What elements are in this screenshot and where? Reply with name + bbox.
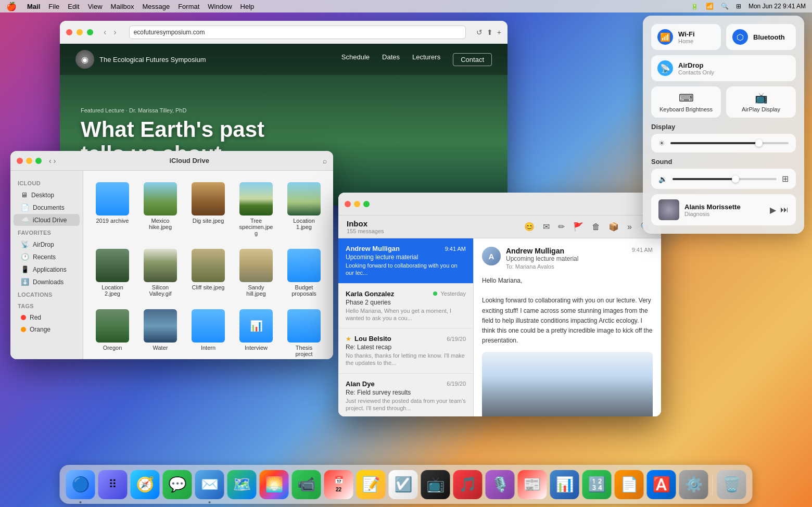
menubar-app-name[interactable]: Mail bbox=[27, 3, 40, 10]
finder-item-digsite[interactable]: Dig site.jpeg bbox=[187, 179, 229, 239]
sidebar-item-orange[interactable]: Orange bbox=[14, 324, 80, 335]
dock-item-numbers[interactable]: 🔢 bbox=[582, 470, 612, 499]
browser-reload-button[interactable]: ↺ bbox=[476, 28, 483, 36]
dock-item-systempreferences[interactable]: ⚙️ bbox=[679, 470, 708, 499]
site-nav-schedule[interactable]: Schedule bbox=[341, 53, 370, 66]
menubar-view[interactable]: View bbox=[88, 3, 103, 10]
mail-newmessage-icon[interactable]: ✉ bbox=[541, 220, 552, 234]
finder-search-button[interactable]: ⌕ bbox=[323, 157, 327, 165]
dock-item-news[interactable]: 📰 bbox=[518, 470, 547, 499]
finder-item-mexicohike[interactable]: Mexico hike.jpeg bbox=[139, 179, 181, 239]
finder-item-location2[interactable]: Location 2.jpeg bbox=[92, 246, 133, 300]
mail-archive-icon[interactable]: 📦 bbox=[606, 220, 621, 234]
sidebar-item-airdrop[interactable]: 📡 AirDrop bbox=[14, 238, 80, 250]
dock-item-appstore[interactable]: 🅰️ bbox=[647, 470, 676, 499]
finder-item-oregon[interactable]: Oregon bbox=[92, 306, 133, 359]
dock-item-messages[interactable]: 💬 bbox=[163, 470, 192, 499]
mail-compose-icon[interactable]: 😊 bbox=[522, 220, 537, 234]
finder-item-intern[interactable]: Intern bbox=[187, 306, 229, 359]
dock-item-trash[interactable]: 🗑️ bbox=[717, 470, 746, 499]
finder-close-button[interactable] bbox=[17, 158, 23, 164]
dock-item-calendar[interactable]: 📅22 bbox=[324, 470, 353, 499]
finder-minimize-button[interactable] bbox=[26, 158, 32, 164]
finder-maximize-button[interactable] bbox=[35, 158, 42, 164]
dock-item-photos[interactable]: 🌅 bbox=[260, 470, 289, 499]
dock-item-finder[interactable]: 🔵 bbox=[66, 470, 95, 499]
mail-item-karla[interactable]: Karla Gonzalez Yesterday Phase 2 queries… bbox=[338, 284, 473, 329]
menubar-format[interactable]: Format bbox=[178, 3, 199, 10]
dock-item-tv[interactable]: 📺 bbox=[421, 470, 450, 499]
browser-address-bar[interactable]: ecofuturesymposium.com bbox=[129, 26, 466, 39]
sidebar-item-documents[interactable]: 📄 Documents bbox=[14, 201, 80, 213]
site-nav-dates[interactable]: Dates bbox=[382, 53, 400, 66]
apple-logo-icon[interactable]: 🍎 bbox=[6, 2, 17, 11]
browser-close-button[interactable] bbox=[66, 29, 72, 35]
sidebar-item-downloads[interactable]: ⬇️ Downloads bbox=[14, 276, 80, 288]
sidebar-item-desktop[interactable]: 🖥 Desktop bbox=[14, 189, 80, 201]
music-skip-button[interactable]: ⏭ bbox=[780, 205, 789, 214]
menubar-search-icon[interactable]: 🔍 bbox=[721, 3, 729, 10]
finder-item-treespecimen[interactable]: Tree specimen.jpeg bbox=[235, 179, 277, 239]
music-play-button[interactable]: ▶ bbox=[770, 205, 776, 215]
cc-wifi-tile[interactable]: 📶 Wi-Fi Home bbox=[651, 24, 721, 50]
sidebar-item-applications[interactable]: 📱 Applications bbox=[14, 263, 80, 275]
finder-forward-button[interactable]: › bbox=[54, 157, 56, 165]
browser-maximize-button[interactable] bbox=[87, 29, 93, 35]
cc-bluetooth-tile[interactable]: ⬡ Bluetooth bbox=[726, 24, 796, 50]
dock-item-maps[interactable]: 🗺️ bbox=[227, 470, 257, 499]
cc-sound-slider[interactable] bbox=[673, 178, 777, 180]
dock-item-notes[interactable]: 📝 bbox=[357, 470, 386, 499]
dock-item-keynote[interactable]: 📊 bbox=[550, 470, 579, 499]
cc-display-slider-thumb[interactable] bbox=[755, 140, 763, 147]
browser-forward-button[interactable]: › bbox=[111, 27, 118, 38]
sidebar-item-icloud[interactable]: ☁️ iCloud Drive bbox=[14, 214, 80, 226]
mail-close-button[interactable] bbox=[345, 201, 351, 207]
mail-more-icon[interactable]: » bbox=[625, 220, 634, 234]
site-nav-lecturers[interactable]: Lecturers bbox=[412, 53, 440, 66]
sidebar-item-red[interactable]: Red bbox=[14, 312, 80, 323]
cc-sound-slider-thumb[interactable] bbox=[732, 175, 739, 183]
finder-item-sandyhill[interactable]: Sandy hill.jpeg bbox=[235, 246, 277, 300]
dock-item-reminders[interactable]: ☑️ bbox=[389, 470, 418, 499]
finder-item-location1[interactable]: Location 1.jpeg bbox=[283, 179, 325, 239]
finder-item-thesis[interactable]: Thesis project bbox=[283, 306, 325, 359]
cc-airplay-display-tile[interactable]: 📺 AirPlay Display bbox=[726, 86, 796, 118]
dock-item-facetime[interactable]: 📹 bbox=[292, 470, 321, 499]
menubar-edit[interactable]: Edit bbox=[68, 3, 79, 10]
mail-item-alan[interactable]: Alan Dye 6/19/20 Re: Field survey result… bbox=[338, 374, 473, 416]
finder-item-interview[interactable]: 📊 Interview bbox=[235, 306, 277, 359]
finder-back-button[interactable]: ‹ bbox=[49, 157, 52, 165]
finder-item-water[interactable]: Water bbox=[139, 306, 181, 359]
mail-delete-icon[interactable]: 🗑 bbox=[590, 220, 602, 234]
browser-share-button[interactable]: ⬆ bbox=[487, 28, 493, 36]
mail-maximize-button[interactable] bbox=[363, 201, 370, 207]
menubar-help[interactable]: Help bbox=[240, 3, 255, 10]
cc-airdrop-tile[interactable]: 📡 AirDrop Contacts Only bbox=[651, 55, 796, 81]
menubar-file[interactable]: File bbox=[48, 3, 59, 10]
menubar-control-icon[interactable]: ⊞ bbox=[736, 3, 741, 10]
browser-minimize-button[interactable] bbox=[77, 29, 83, 35]
dock-item-safari[interactable]: 🧭 bbox=[131, 470, 160, 499]
mail-reply-icon[interactable]: ✏ bbox=[556, 220, 567, 234]
dock-item-launchpad[interactable]: ⠿ bbox=[98, 470, 128, 499]
menubar-mailbox[interactable]: Mailbox bbox=[111, 3, 134, 10]
dock-item-podcasts[interactable]: 🎙️ bbox=[486, 470, 515, 499]
cc-keyboard-brightness-tile[interactable]: ⌨ Keyboard Brightness bbox=[651, 86, 721, 118]
sidebar-item-recents[interactable]: 🕐 Recents bbox=[14, 251, 80, 263]
mail-minimize-button[interactable] bbox=[354, 201, 360, 207]
menubar-message[interactable]: Message bbox=[142, 3, 170, 10]
site-nav-contact[interactable]: Contact bbox=[453, 53, 492, 66]
dock-item-mail[interactable]: ✉️ bbox=[195, 470, 224, 499]
browser-add-tab-button[interactable]: + bbox=[497, 28, 501, 36]
finder-item-cliffsite[interactable]: Cliff site.jpeg bbox=[187, 246, 229, 300]
finder-item-budget[interactable]: Budget proposals bbox=[283, 246, 325, 300]
menubar-window[interactable]: Window bbox=[208, 3, 232, 10]
cc-display-slider[interactable] bbox=[670, 142, 789, 144]
finder-item-2019archive[interactable]: 2019 archive bbox=[92, 179, 133, 239]
sound-options-icon[interactable]: ⊞ bbox=[782, 174, 789, 184]
mail-flag-icon[interactable]: 🚩 bbox=[571, 220, 586, 234]
menubar-wifi-icon[interactable]: 📶 bbox=[706, 3, 714, 10]
browser-back-button[interactable]: ‹ bbox=[102, 27, 108, 38]
dock-item-music[interactable]: 🎵 bbox=[453, 470, 483, 499]
dock-item-pages[interactable]: 📄 bbox=[615, 470, 644, 499]
